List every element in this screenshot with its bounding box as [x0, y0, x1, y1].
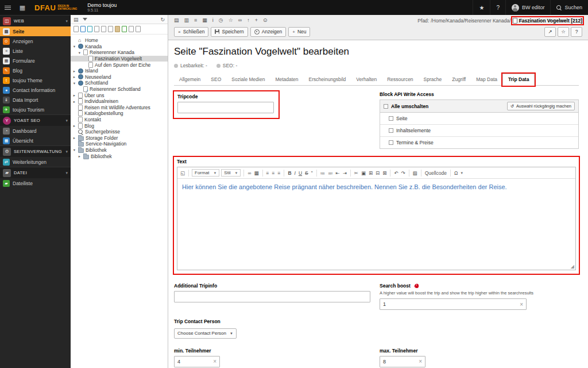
- drag-new-recycler-icon[interactable]: [122, 26, 127, 32]
- drag-new-folder-icon[interactable]: [115, 26, 120, 32]
- module-item-uebersicht[interactable]: ▦Übersicht: [0, 136, 71, 145]
- module-item-anzeigen[interactable]: ⊙Anzeigen: [0, 36, 71, 46]
- tree-node-bibliothek[interactable]: ▾Bibliothek: [71, 147, 168, 154]
- module-item-liste[interactable]: ≡Liste: [0, 46, 71, 56]
- sourcecode-button[interactable]: Quellcode: [424, 170, 447, 176]
- module-item-weiterleitungen[interactable]: ⇄Weiterleitungen: [0, 157, 71, 167]
- module-item-dashboard[interactable]: ◔Dashboard: [0, 126, 71, 136]
- align-right-icon[interactable]: ≡: [277, 170, 281, 176]
- rte-content[interactable]: Hier können Sie die angebotene Reise prä…: [177, 179, 575, 270]
- min-participants-input[interactable]: 4×: [174, 356, 220, 367]
- italic-icon[interactable]: I: [294, 170, 296, 176]
- drag-new-mountpoint-icon[interactable]: [94, 26, 99, 32]
- drag-new-link-icon[interactable]: [87, 26, 92, 32]
- tree-node-individualreisen[interactable]: ▸Individualreisen: [71, 98, 168, 105]
- tab-allgemein[interactable]: Allgemein: [174, 74, 206, 85]
- drag-new-shortcut-icon[interactable]: [80, 26, 86, 32]
- page-view-icon[interactable]: ▤: [174, 17, 179, 24]
- bookmark-icon[interactable]: ☆: [229, 17, 233, 24]
- boost-input[interactable]: 1×: [380, 298, 527, 310]
- indent-icon[interactable]: ⇥: [342, 170, 347, 176]
- tree-node-neuseeland[interactable]: ▸Neuseeland: [71, 74, 168, 80]
- cut-icon[interactable]: ✂: [354, 170, 359, 176]
- max-participants-input[interactable]: 8×: [380, 356, 425, 367]
- tree-node-reiserenner-schottland[interactable]: Reiserenner Schottland: [71, 86, 168, 93]
- underline-icon[interactable]: U: [298, 170, 303, 176]
- tree-expand-toggle[interactable]: ▸: [72, 124, 76, 128]
- contact-select[interactable]: Choose Contact Person▼: [174, 328, 237, 339]
- bookmarks-button[interactable]: ★: [473, 0, 490, 15]
- style-dropdown[interactable]: Stil▼: [221, 169, 241, 177]
- module-item-toujou-theme[interactable]: ttoujou Theme: [0, 75, 71, 85]
- save-button[interactable]: Speichern: [211, 27, 247, 37]
- tab-trip-data[interactable]: Trip Data: [502, 74, 535, 86]
- tab-verhalten[interactable]: Verhalten: [351, 74, 382, 85]
- tree-node-bibliothek-child[interactable]: ▸Bibliothek: [71, 153, 168, 159]
- up-level-icon[interactable]: ↑: [247, 17, 250, 24]
- paste-plain-icon[interactable]: ⊟: [375, 170, 380, 176]
- blockapi-option-termine-preise[interactable]: Termine & Preise: [380, 137, 578, 148]
- new-page-icon[interactable]: ▤: [74, 17, 79, 22]
- resize-handle[interactable]: ◢: [571, 264, 574, 269]
- tree-node-home[interactable]: ⌂Home: [71, 37, 168, 44]
- checkbox[interactable]: [389, 128, 393, 133]
- drag-new-spacer-icon[interactable]: [101, 26, 106, 32]
- tree-node-ueber-uns[interactable]: ▸Über uns: [71, 92, 168, 98]
- clear-icon[interactable]: ×: [213, 358, 216, 365]
- blockapi-option-seite[interactable]: Seite: [380, 113, 578, 125]
- module-item-data-import[interactable]: ⇓Data Import: [0, 95, 71, 105]
- tab-soziale-medien[interactable]: Soziale Medien: [226, 74, 270, 85]
- clear-icon[interactable]: ×: [520, 301, 523, 308]
- search-button[interactable]: Suchen: [550, 0, 588, 15]
- tab-metadaten[interactable]: Metadaten: [270, 74, 303, 85]
- help-button[interactable]: ?: [490, 0, 505, 15]
- filter-icon[interactable]: [83, 18, 87, 21]
- current-record[interactable]: Faszination Vogelwelt [212]: [513, 18, 582, 24]
- tree-node-blog[interactable]: ▸Blog: [71, 122, 168, 129]
- tree-node-suchergebnisse[interactable]: Suchergebnisse: [71, 129, 168, 135]
- tree-node-reiserenner-kanada[interactable]: ▾Reiserenner Kanada: [71, 49, 168, 56]
- drag-new-page-icon[interactable]: [74, 26, 79, 32]
- docheader-help-button[interactable]: ?: [571, 27, 582, 37]
- tree-collapse-toggle[interactable]: ▾: [72, 81, 76, 85]
- close-button[interactable]: ×Schließen: [174, 27, 208, 37]
- tree-node-reisen-mit-wildlife-adventures[interactable]: Reisen mit Wildlife Adventures: [71, 105, 168, 111]
- tree-node-katalogbestellung[interactable]: Katalogbestellung: [71, 110, 168, 117]
- tree-collapse-toggle[interactable]: ▾: [72, 44, 76, 48]
- tab-sprache[interactable]: Sprache: [419, 74, 447, 85]
- tree-node-faszination-vogelwelt[interactable]: Faszination Vogelwelt: [71, 56, 168, 62]
- drag-new-menu-icon[interactable]: [108, 26, 113, 32]
- tree-node-island[interactable]: ▸Island: [71, 68, 168, 74]
- tree-node-kontakt[interactable]: Kontakt: [71, 117, 168, 123]
- brand-logo[interactable]: DFAU IDEEN INENTWICKLUNG: [30, 0, 82, 15]
- maximize-icon[interactable]: ◱: [180, 170, 185, 176]
- module-item-formulare[interactable]: ▦Formulare: [0, 56, 71, 66]
- user-menu[interactable]: BW editor: [505, 0, 551, 15]
- link-icon[interactable]: ∞: [238, 17, 242, 24]
- tree-expand-toggle[interactable]: ▸: [72, 69, 76, 73]
- ordered-list-icon[interactable]: ≔: [320, 170, 326, 176]
- module-group-yoast[interactable]: Y YOAST SEO ▾: [0, 114, 71, 126]
- info-icon[interactable]: i: [212, 17, 214, 24]
- outdent-icon[interactable]: ⇤: [335, 170, 341, 176]
- blockquote-icon[interactable]: ”: [311, 170, 314, 176]
- checkbox[interactable]: [389, 140, 393, 145]
- tree-node-schottland[interactable]: ▾Schottland: [71, 80, 168, 86]
- align-center-icon[interactable]: ≡: [271, 170, 275, 176]
- tree-node-kanada[interactable]: ▾Kanada: [71, 44, 168, 50]
- columns-icon[interactable]: ▦: [202, 17, 207, 24]
- tab-ressourcen[interactable]: Ressourcen: [382, 74, 418, 85]
- undo-icon[interactable]: ↶: [393, 170, 399, 176]
- tripcode-input[interactable]: [177, 102, 274, 113]
- tree-expand-toggle[interactable]: ▸: [72, 99, 76, 103]
- refresh-icon[interactable]: ↻: [160, 17, 165, 22]
- tab-erscheinungsbild[interactable]: Erscheinungsbild: [304, 74, 351, 85]
- tab-map-data[interactable]: Map Data: [471, 74, 502, 85]
- tree-collapse-toggle[interactable]: ▾: [72, 148, 76, 152]
- strikethrough-icon[interactable]: S: [304, 170, 309, 176]
- clear-icon[interactable]: ×: [419, 358, 422, 365]
- module-group-datei[interactable]: ▰ DATEI ▾: [0, 167, 71, 178]
- menu-icon[interactable]: ≡: [194, 17, 197, 24]
- toggle-modulemenu-button[interactable]: [0, 0, 15, 15]
- open-in-window-button[interactable]: ↗: [544, 27, 556, 37]
